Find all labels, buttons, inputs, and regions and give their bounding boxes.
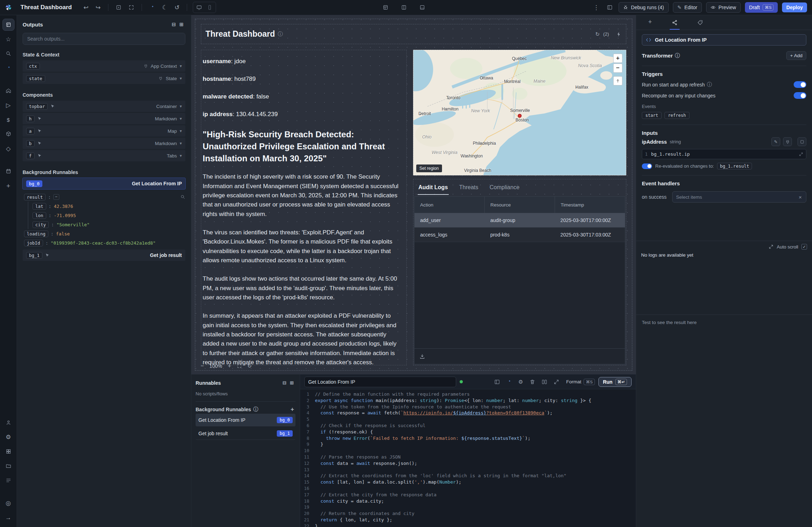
map-fit-button[interactable] [613,76,622,85]
code-line[interactable]: 16 [300,485,636,492]
code-line[interactable]: 4 const response = await fetch(`https://… [300,410,636,416]
search-json-icon[interactable] [180,194,185,199]
code-line[interactable]: 6 // Check if the response is successful [300,423,636,429]
collapse-node-button[interactable]: − [53,194,59,200]
rail-logs-icon[interactable] [2,474,14,486]
rail-add-icon[interactable]: + [2,180,14,192]
code-line[interactable]: 2 export async function main(ipAddress: … [300,397,636,404]
reset-zoom-icon[interactable]: ↻ [247,363,252,369]
mouse-pointer-icon[interactable] [45,253,49,257]
clear-select-icon[interactable]: × [798,194,802,200]
runnable-name-input[interactable] [304,377,456,387]
expand-expression-icon[interactable] [799,152,803,156]
preview-button[interactable]: Preview [706,2,741,13]
tab-settings[interactable] [670,20,680,30]
output-row-state[interactable]: state State ▾ [23,73,185,84]
chevron-down-icon[interactable]: ▾ [180,64,182,68]
runnable-item-bg-0[interactable]: Get Location From IP bg_0 [196,414,295,426]
rail-help-icon[interactable]: ◎ [2,497,14,509]
rail-ai-wand-icon[interactable] [2,62,14,74]
expand-panel-icon[interactable]: ⊞ [288,379,295,387]
column-header-timestamp[interactable]: Timestamp [555,197,625,213]
rail-logout-icon[interactable]: → [2,511,14,523]
input-expression-editor[interactable]: 1 bg_1.result.ip [642,149,806,159]
rail-user-icon[interactable] [2,417,14,429]
code-line[interactable]: 19 [300,504,636,510]
mouse-pointer-icon[interactable] [50,104,55,108]
reeval-toggle[interactable] [642,163,652,169]
desktop-icon[interactable] [195,3,204,12]
code-line[interactable]: 5 [300,416,636,423]
code-line[interactable]: 10 [300,448,636,454]
table-row[interactable]: access_logsprod-k8s2025-03-30T17:03:00Z [414,228,625,242]
map-zoom-in-button[interactable]: + [613,54,622,63]
run-button[interactable]: Run ⌘↵ [598,377,632,387]
library-icon[interactable] [493,378,501,386]
expand-logs-icon[interactable] [769,244,774,249]
map-zoom-out-button[interactable]: − [613,64,622,73]
outputs-search-input[interactable] [23,33,185,45]
docs-panel-icon[interactable] [605,3,614,12]
set-region-button[interactable]: Set region [416,164,442,172]
code-line[interactable]: 21 return { lon, lat, city }; [300,517,636,523]
mobile-icon[interactable] [205,3,214,12]
panel-dock-icon[interactable]: ⊞ [178,20,185,29]
grid-layout-icon[interactable] [381,3,390,12]
code-line[interactable]: 8 throw new Error(`Failed to fetch IP in… [300,435,636,442]
undo-icon[interactable]: ↩ [82,3,90,12]
table-row[interactable]: add_useraudit-group2025-03-30T17:00:00Z [414,213,625,228]
format-button[interactable]: Format ⌘S [566,379,595,385]
recompute-toggle[interactable] [794,92,806,99]
rail-apps-icon[interactable] [2,19,14,31]
debug-runs-button[interactable]: Debug runs (4) [619,2,668,13]
split-layout-icon[interactable] [399,3,408,12]
kebab-menu-icon[interactable]: ⋮ [591,3,601,12]
auto-scroll-checkbox[interactable]: ✓ [801,244,807,250]
rail-home-icon[interactable] [2,85,14,97]
result-root-row[interactable]: result : − [24,192,185,202]
rail-settings-icon[interactable]: ⚙ [2,431,14,443]
tab-styling[interactable] [695,20,705,30]
mouse-pointer-icon[interactable] [37,129,42,133]
topbar-component[interactable]: Threat Dashboard ⓘ ↻ (2) [201,24,626,44]
editor-settings-icon[interactable]: ⚙ [517,378,524,386]
code-line[interactable]: 3 // Use the token from the Ipinfo resou… [300,404,636,410]
code-line[interactable]: 22 } [300,523,636,527]
component-row-a[interactable]: a Map ▾ [23,125,185,137]
editor-button[interactable]: ✎ Editor [673,2,702,13]
history-icon[interactable]: ↺ [173,3,181,12]
mouse-pointer-icon[interactable] [37,116,42,121]
mouse-pointer-icon[interactable] [37,154,42,158]
expand-editor-icon[interactable] [552,378,561,386]
bg0-output-row[interactable]: bg_0 Get Location From IP [23,178,185,189]
map-marker[interactable] [518,114,522,118]
connect-plug-icon[interactable] [783,137,792,146]
tab-threats[interactable]: Threats [459,182,479,195]
code-line[interactable]: 17 // Extract the city from the response… [300,492,636,498]
markdown-component[interactable]: username: jdoe hostname: host789 malware… [201,50,407,365]
chevron-down-icon[interactable]: ▾ [180,153,182,158]
draft-button[interactable]: Draft ⌘S [745,2,778,13]
selected-component-box[interactable]: Get Location From IP [642,34,806,46]
code-line[interactable]: 15 const [lat, lon] = data.loc.split(','… [300,479,636,485]
code-line[interactable]: 13 [300,467,636,473]
component-row-b[interactable]: b Markdown ▾ [23,138,185,149]
component-outline-icon[interactable] [114,3,123,12]
component-row-f[interactable]: f Tabs ▾ [23,150,185,161]
code-line[interactable]: 1 // Define the main function with the r… [300,391,636,397]
zoom-out-button[interactable]: − [201,363,204,369]
zoom-in-button[interactable]: + [228,363,231,369]
mouse-pointer-icon[interactable] [37,141,42,145]
chevron-down-icon[interactable]: ▾ [180,104,182,109]
runnable-item-bg-1[interactable]: Get job result bg_1 [196,427,295,440]
reeval-dependency-chip[interactable]: bg_1.result [717,163,752,169]
download-icon[interactable] [419,354,425,359]
output-row-ctx[interactable]: ctx App Context ▾ [23,60,185,72]
delete-icon[interactable] [528,378,537,386]
chevron-down-icon[interactable]: ▾ [180,76,182,81]
info-icon[interactable]: ⓘ [278,31,283,37]
component-row-topbar[interactable]: topbar Container ▾ [23,101,185,112]
chevron-down-icon[interactable]: ▾ [180,128,182,133]
rail-favorites-icon[interactable]: ☆ [2,33,14,45]
eval-mode-icon[interactable] [798,137,806,146]
